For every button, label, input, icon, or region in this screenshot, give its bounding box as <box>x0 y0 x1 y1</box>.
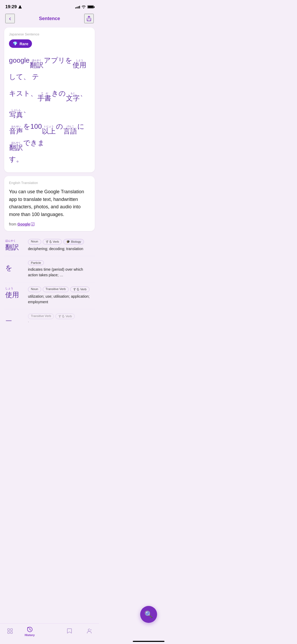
graduation-icon: 🎓 <box>66 240 70 243</box>
wifi-icon <box>82 5 86 8</box>
source-line: from Google ↗ <box>9 222 90 226</box>
ruby-hon2: ほんやく 翻訳 <box>9 142 23 151</box>
word-japanese-honnyaku: ほんやく 翻訳 <box>5 239 24 251</box>
ruby-shashin: しゃしん 写真 <box>9 109 23 118</box>
ruby-onsei: おんせい 音声 <box>9 125 23 135</box>
tag-suru-verb: する Verb <box>70 287 89 292</box>
from-label: from <box>9 222 16 226</box>
word-kanji: を <box>5 264 12 272</box>
source-name: Google <box>17 222 30 226</box>
time-display: 19:29 <box>5 4 17 10</box>
word-detail: Noun する Verb 🎓 Biology deciphering; deco… <box>28 239 94 252</box>
word-tags: Particle <box>28 260 94 265</box>
word-japanese-shiyou: しょう 使用 <box>5 287 24 299</box>
word-furigana: しょう <box>5 287 13 290</box>
translation-text: You can use the Google Translation app t… <box>9 188 90 218</box>
japanese-card-label: Japanese Sentence <box>9 32 90 36</box>
word-list: ほんやく 翻訳 Noun する Verb 🎓 Biology decipheri… <box>4 235 95 323</box>
status-time: 19:29 <box>5 4 22 10</box>
tag-noun: Noun <box>28 239 41 245</box>
word-detail: Transitive Verb する Verb iu… <box>28 314 94 323</box>
signal-bars-icon <box>75 5 80 8</box>
word-definition: deciphering; decoding; translation <box>28 246 94 252</box>
word-japanese-partial: ー <box>5 314 24 323</box>
ruby-moji: もじ 文字 <box>66 92 80 102</box>
word-row: ほんやく 翻訳 Noun する Verb 🎓 Biology decipheri… <box>4 235 95 256</box>
battery-icon <box>87 5 94 8</box>
word-tags: Noun する Verb 🎓 Biology <box>28 239 94 245</box>
word-kanji: 翻訳 <box>5 243 19 251</box>
japanese-sentence-card: Japanese Sentence 💎 Rare google ほんやく 翻訳 … <box>4 27 95 172</box>
external-link-icon: ↗ <box>31 222 35 226</box>
tag-transitive-verb: Transitive Verb <box>43 287 69 292</box>
english-translation-card: English Translation You can use the Goog… <box>4 176 95 231</box>
word-furigana <box>5 260 6 263</box>
word-tags: Transitive Verb する Verb <box>28 314 94 319</box>
tag-suru-verb: する Verb <box>43 239 62 245</box>
share-button[interactable] <box>84 14 94 23</box>
ruby-tegaki: て が 手書 <box>37 92 51 102</box>
word-furigana <box>5 314 6 316</box>
japanese-sentence-text: google ほんやく 翻訳 アプリを しよう 使用 して、 テ キスト、 て … <box>9 52 90 168</box>
word-kanji: 使用 <box>5 291 19 299</box>
word-row: を Particle indicates time (period) over … <box>4 256 95 282</box>
tag-suru-verb: する Verb <box>55 314 75 319</box>
nav-header: ‹ Sentence <box>0 12 99 27</box>
page-title: Sentence <box>39 16 60 21</box>
rare-badge: 💎 Rare <box>9 39 32 48</box>
diamond-icon: 💎 <box>13 41 18 46</box>
status-icons <box>75 5 94 8</box>
word-definition: indicates time (period) over which actio… <box>28 267 94 278</box>
tag-biology: 🎓 Biology <box>63 239 84 245</box>
tag-particle: Particle <box>28 260 44 265</box>
word-row-partial: ー Transitive Verb する Verb iu… <box>4 309 95 323</box>
ruby-shiyou: しよう 使用 <box>73 59 86 68</box>
ruby-honnyaku: ほんやく 翻訳 <box>30 59 44 68</box>
word-kanji: ー <box>5 317 12 323</box>
ruby-ijou: いじょう 以上 <box>42 125 56 135</box>
ruby-gengo: げんご 言語 <box>63 125 77 135</box>
tag-noun: Noun <box>28 287 41 292</box>
rare-badge-label: Rare <box>20 42 28 46</box>
word-japanese-wo: を <box>5 260 24 272</box>
word-definition: iu… <box>28 321 94 323</box>
back-button[interactable]: ‹ <box>5 14 15 23</box>
person-icon <box>18 5 22 9</box>
word-furigana: ほんやく <box>5 239 16 243</box>
source-link[interactable]: Google ↗ <box>17 222 35 226</box>
english-card-label: English Translation <box>9 181 90 185</box>
status-bar: 19:29 <box>0 0 99 12</box>
main-content: Japanese Sentence 💎 Rare google ほんやく 翻訳 … <box>0 27 99 349</box>
word-row: しょう 使用 Noun Transitive Verb する Verb util… <box>4 282 95 309</box>
tag-transitive-verb: Transitive Verb <box>28 314 54 319</box>
word-detail: Particle indicates time (period) over wh… <box>28 260 94 278</box>
word-tags: Noun Transitive Verb する Verb <box>28 287 94 292</box>
word-definition: utilization; use; utilisation; applicati… <box>28 294 94 305</box>
word-detail: Noun Transitive Verb する Verb utilization… <box>28 287 94 305</box>
